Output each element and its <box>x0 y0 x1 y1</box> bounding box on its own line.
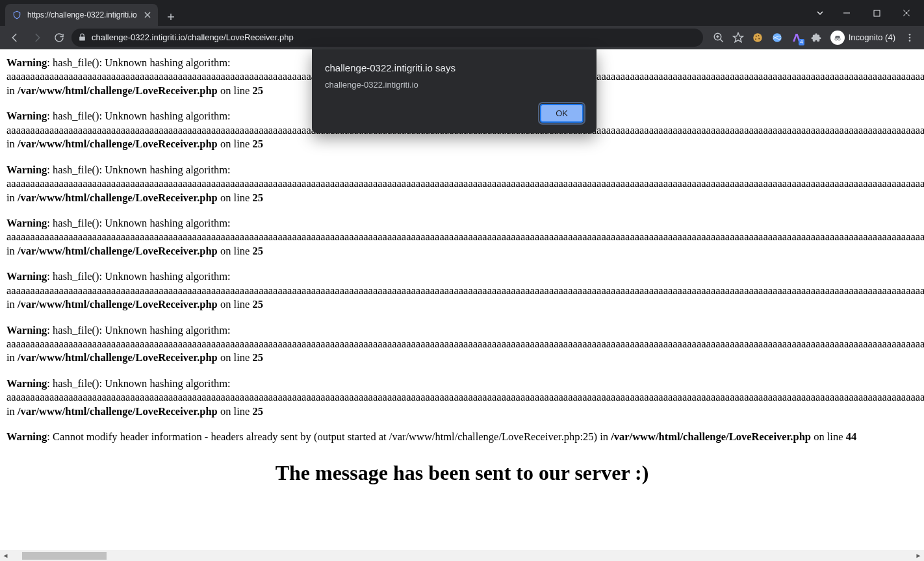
warning-message: : hash_file(): Unknown hashing algorithm… <box>47 164 230 176</box>
bookmark-icon[interactable] <box>729 29 747 47</box>
warning-message: : hash_file(): Unknown hashing algorithm… <box>47 56 230 69</box>
dialog-title: challenge-0322.intigriti.io says <box>325 62 584 73</box>
scroll-left-icon[interactable]: ◄ <box>0 550 11 561</box>
url-text: challenge-0322.intigriti.io/challenge/Lo… <box>92 32 697 42</box>
viewport: Warning: hash_file(): Unknown hashing al… <box>0 49 924 561</box>
lock-icon <box>78 33 86 42</box>
warning-message: : hash_file(): Unknown hashing algorithm… <box>47 217 230 229</box>
warning-line: 25 <box>252 351 263 364</box>
warning-message: : hash_file(): Unknown hashing algorithm… <box>47 110 230 122</box>
browser-tab[interactable]: https://challenge-0322.intigriti.io <box>5 4 158 26</box>
toolbar-actions: 4 Incognito (4) <box>710 29 919 47</box>
zoom-icon[interactable] <box>710 29 728 47</box>
forward-button[interactable] <box>27 28 47 47</box>
warning-label: Warning <box>6 324 47 336</box>
warning-file: /var/www/html/challenge/LoveReceiver.php <box>611 430 811 443</box>
close-window-button[interactable] <box>892 3 921 23</box>
dialog-ok-button[interactable]: OK <box>540 104 584 123</box>
maximize-button[interactable] <box>862 3 892 23</box>
svg-point-7 <box>773 33 782 42</box>
dialog-message: challenge-0322.intigriti.io <box>325 80 584 90</box>
back-button[interactable] <box>5 28 25 47</box>
warning-label: Warning <box>6 56 47 69</box>
url-input[interactable]: challenge-0322.intigriti.io/challenge/Lo… <box>71 29 703 47</box>
warning-file: /var/www/html/challenge/LoveReceiver.php <box>18 84 218 97</box>
address-bar: challenge-0322.intigriti.io/challenge/Lo… <box>0 26 924 49</box>
warning-label: Warning <box>6 217 47 229</box>
javascript-alert-dialog: challenge-0322.intigriti.io says challen… <box>312 49 597 133</box>
php-warning-block: Warning: hash_file(): Unknown hashing al… <box>6 323 918 365</box>
warning-label: Warning <box>6 164 47 176</box>
warning-message: : hash_file(): Unknown hashing algorithm… <box>47 377 230 390</box>
window-controls <box>808 0 924 26</box>
svg-point-12 <box>909 40 911 42</box>
warning-file: /var/www/html/challenge/LoveReceiver.php <box>18 192 218 204</box>
close-tab-icon[interactable] <box>142 10 153 20</box>
svg-point-2 <box>753 33 762 42</box>
php-warning-block: Warning: hash_file(): Unknown hashing al… <box>6 163 918 205</box>
warning-payload: aaaaaaaaaaaaaaaaaaaaaaaaaaaaaaaaaaaaaaaa… <box>6 390 918 404</box>
svg-point-3 <box>755 35 756 36</box>
minimize-button[interactable] <box>832 3 862 23</box>
horizontal-scrollbar[interactable]: ◄ ► <box>0 550 924 561</box>
warning-line: 25 <box>252 84 263 97</box>
warning-message: : hash_file(): Unknown hashing algorithm… <box>47 324 230 336</box>
warning-label: Warning <box>6 270 47 282</box>
incognito-icon <box>830 31 845 45</box>
warning-payload: aaaaaaaaaaaaaaaaaaaaaaaaaaaaaaaaaaaaaaaa… <box>6 177 918 190</box>
extensions-puzzle-icon[interactable] <box>807 29 825 47</box>
warning-line: 25 <box>252 192 263 204</box>
svg-point-11 <box>909 36 911 38</box>
warning-payload: aaaaaaaaaaaaaaaaaaaaaaaaaaaaaaaaaaaaaaaa… <box>6 284 918 297</box>
php-warning-block: Warning: hash_file(): Unknown hashing al… <box>6 216 918 258</box>
php-header-warning: Warning: Cannot modify header informatio… <box>6 430 918 443</box>
new-tab-button[interactable] <box>162 8 180 26</box>
php-warning-block: Warning: hash_file(): Unknown hashing al… <box>6 269 918 311</box>
extension-badge: 4 <box>799 39 804 45</box>
svg-point-4 <box>758 35 759 36</box>
warning-label: Warning <box>6 110 47 122</box>
warning-line: 25 <box>252 138 263 150</box>
svg-point-6 <box>758 38 760 39</box>
svg-point-8 <box>835 38 838 40</box>
window-titlebar: https://challenge-0322.intigriti.io <box>0 0 924 26</box>
extension-cookie-icon[interactable] <box>749 29 767 47</box>
incognito-label: Incognito (4) <box>849 32 895 42</box>
tab-title: https://challenge-0322.intigriti.io <box>27 10 137 19</box>
svg-point-10 <box>909 34 911 36</box>
tab-strip: https://challenge-0322.intigriti.io <box>0 0 180 26</box>
warning-line: 44 <box>846 430 857 443</box>
warning-file: /var/www/html/challenge/LoveReceiver.php <box>18 405 218 418</box>
page-heading: The message has been sent to our server … <box>6 460 918 487</box>
scroll-track[interactable] <box>11 552 913 560</box>
warning-line: 25 <box>252 405 263 418</box>
favicon-icon <box>12 10 22 20</box>
scroll-right-icon[interactable]: ► <box>913 550 924 561</box>
warning-label: Warning <box>6 430 47 443</box>
svg-rect-0 <box>874 10 880 16</box>
scroll-thumb[interactable] <box>22 552 107 560</box>
warning-line: 25 <box>252 298 263 310</box>
warning-payload: aaaaaaaaaaaaaaaaaaaaaaaaaaaaaaaaaaaaaaaa… <box>6 337 918 351</box>
warning-file: /var/www/html/challenge/LoveReceiver.php <box>18 138 218 150</box>
incognito-indicator[interactable]: Incognito (4) <box>827 31 899 45</box>
warning-label: Warning <box>6 377 47 390</box>
menu-icon[interactable] <box>901 29 919 47</box>
svg-point-5 <box>755 38 756 40</box>
warning-line: 25 <box>252 245 263 257</box>
reload-button[interactable] <box>49 28 69 47</box>
warning-file: /var/www/html/challenge/LoveReceiver.php <box>18 298 218 310</box>
warning-payload: aaaaaaaaaaaaaaaaaaaaaaaaaaaaaaaaaaaaaaaa… <box>6 230 918 243</box>
svg-point-9 <box>838 38 840 40</box>
warning-file: /var/www/html/challenge/LoveReceiver.php <box>18 245 218 257</box>
extension-globe-icon[interactable] <box>768 29 786 47</box>
warning-file: /var/www/html/challenge/LoveReceiver.php <box>18 351 218 364</box>
extension-hackbar-icon[interactable]: 4 <box>788 29 806 47</box>
warning-message: : hash_file(): Unknown hashing algorithm… <box>47 270 230 282</box>
tab-search-icon[interactable] <box>808 3 832 23</box>
php-warning-block: Warning: hash_file(): Unknown hashing al… <box>6 377 918 418</box>
